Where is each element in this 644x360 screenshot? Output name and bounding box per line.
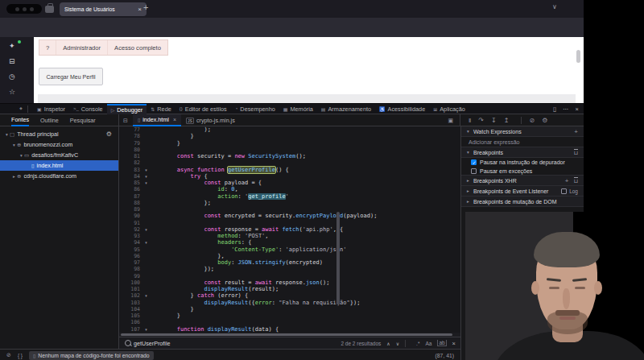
line-number[interactable]: 90 [119,213,142,219]
event-listener-breakpoints-header[interactable]: ▸ Breakpoints de Event Listener Log [461,186,584,197]
code-line[interactable]: 78 } [119,133,460,139]
devtools-tab-acessibilidade[interactable]: ♿Acessibilidade [375,104,429,114]
code-line[interactable]: 85▾ const payload = { [119,180,460,186]
whole-word-toggle[interactable]: ab [437,340,446,346]
source-tab-crypto-js.min.js[interactable]: JScrypto-js.min.js [181,114,240,126]
tree-arrow-icon[interactable]: ▾ [4,132,10,137]
code-line[interactable]: 103 displayResult({error: "Falha na requ… [119,300,460,306]
line-number[interactable]: 102 [119,292,142,299]
code-line[interactable]: 87 action: 'get_profile' [119,193,460,200]
blackbox-source-icon[interactable]: ⊘ [6,352,11,358]
code-line[interactable]: 83▾ async function getUserProfile() { [119,167,460,173]
devtools-tab-memória[interactable]: ▦Memória [279,104,317,114]
code-line[interactable]: 88 }; [119,200,460,206]
case-toggle[interactable]: Aa [425,341,431,346]
log-checkbox[interactable] [561,188,567,194]
pause-icon[interactable]: ‖ [469,117,471,124]
remove-xhr-breakpoints-icon[interactable]: ⊔ [574,177,578,184]
fold-arrow-icon[interactable]: ▾ [142,292,150,299]
code-line[interactable]: 107▾ function displayResult(data) { [119,326,460,333]
code-line[interactable]: 97 body: JSON.stringify(encrypted) [119,259,460,266]
close-icon[interactable]: × [173,117,176,122]
browser-tab[interactable]: Sistema de Usuários × [60,2,147,16]
tree-item-cdnjs.cloudflare.com[interactable]: ▸⊕cdnjs.cloudflare.com [0,171,118,181]
fold-arrow-icon[interactable]: ▾ [142,167,150,173]
code-line[interactable]: 84▾ try { [119,173,460,180]
bookmarks-box-icon[interactable]: ⊟ [9,57,15,65]
line-number[interactable]: 95 [119,246,142,253]
devtools-close-icon[interactable]: × [576,106,579,113]
line-number[interactable]: 92 [119,226,142,233]
collapsed-arrow-icon[interactable]: ▸ [467,199,473,204]
new-tab-button[interactable]: + [143,2,148,12]
code-line[interactable]: 96 }, [119,253,460,259]
expand-arrow-icon[interactable]: ▾ [467,150,473,155]
code-line[interactable]: 105 } [119,312,460,319]
collapse-panes-icon[interactable]: ⊟ [123,118,128,124]
code-line[interactable]: 91 [119,220,460,226]
debugger-settings-gear-icon[interactable]: ⚙ [542,117,547,124]
pause-debugger-statement-row[interactable]: Pausar na instrução de depurador [461,158,584,167]
pick-element-icon[interactable]: ⌖ [19,106,23,112]
line-number[interactable]: 94 [119,239,142,246]
tree-item-Thread principal[interactable]: ▾▢Thread principal [0,129,118,139]
line-number[interactable]: 104 [119,306,142,312]
list-tabs-chevron-icon[interactable]: ∨ [552,3,557,10]
devtools-tab-editor-de-estilos[interactable]: {}Editor de estilos [175,104,231,114]
devtools-tab-console[interactable]: >_Console [69,104,107,114]
regex-toggle[interactable]: .* [416,341,419,346]
collapsed-arrow-icon[interactable]: ▸ [467,188,473,193]
remove-breakpoints-icon[interactable]: ⊔ [574,149,578,155]
briefcase-icon[interactable] [45,6,54,13]
pause-exceptions-row[interactable]: Pausar em exceções [461,167,584,176]
panes-toggle-icon[interactable]: ▣ [448,118,453,124]
code-line[interactable]: 89 [119,206,460,213]
step-in-icon[interactable]: ↧ [491,117,497,124]
tree-arrow-icon[interactable]: ▸ [11,174,17,179]
devtools-tab-aplicação[interactable]: ⊞Aplicação [429,104,469,114]
line-number[interactable]: 93 [119,233,142,239]
line-number[interactable]: 77 [119,126,142,133]
line-number[interactable]: 82 [119,159,142,166]
fold-arrow-icon[interactable]: ▾ [142,180,150,186]
fold-arrow-icon[interactable]: ▾ [142,239,150,246]
load-profile-button[interactable]: Carregar Meu Perfil [39,68,103,85]
code-editor[interactable]: 77 );78 }79 }8081 const security = new S… [119,126,460,333]
line-number[interactable]: 87 [119,193,142,200]
code-line[interactable]: 92▾ const response = await fetch('api.ph… [119,226,460,233]
tree-item-index.html[interactable]: ▯index.html [0,160,118,171]
line-number[interactable]: 107 [119,326,142,333]
sources-tab-outline[interactable]: Outline [40,114,59,126]
line-number[interactable]: 91 [119,220,142,226]
line-number[interactable]: 96 [119,253,142,259]
checkbox-checked[interactable] [471,159,477,165]
code-line[interactable]: 106 [119,319,460,325]
responsive-mode-icon[interactable]: ▯ [553,106,556,113]
expand-arrow-icon[interactable]: ▾ [467,129,473,134]
tab-close-icon[interactable]: × [138,6,142,13]
dom-mutation-breakpoints-header[interactable]: ▸ Breakpoints de mutação de DOM [461,197,584,207]
add-expression-input[interactable]: Adicionar expressão [461,137,584,147]
star-icon[interactable]: ☆ [9,88,15,96]
code-line[interactable]: 98 }); [119,266,460,272]
fold-arrow-icon[interactable]: ▾ [142,173,150,180]
pretty-print-icon[interactable]: { } [18,353,23,358]
line-number[interactable]: 88 [119,200,142,206]
line-number[interactable]: 80 [119,147,142,153]
window-controls[interactable] [6,4,42,14]
fold-arrow-icon[interactable]: ▾ [142,326,150,333]
line-number[interactable]: 103 [119,300,142,306]
source-tab-index.html[interactable]: ▯index.html× [133,114,181,126]
line-number[interactable]: 105 [119,312,142,319]
code-line[interactable]: 100 const result = await response.json()… [119,279,460,286]
editor-vertical-scrollbar[interactable] [336,212,340,304]
line-number[interactable]: 99 [119,273,142,279]
code-line[interactable]: 95 'Content-Type': 'application/json' [119,246,460,253]
code-line[interactable]: 77 ); [119,126,460,133]
code-line[interactable]: 79 } [119,140,460,147]
tree-arrow-icon[interactable]: ▾ [19,153,24,158]
line-number[interactable]: 98 [119,266,142,272]
prev-result-icon[interactable]: ∧ [386,341,390,346]
code-line[interactable]: 102▾ } catch (error) { [119,292,460,299]
sources-tab-fontes[interactable]: Fontes [11,114,29,126]
